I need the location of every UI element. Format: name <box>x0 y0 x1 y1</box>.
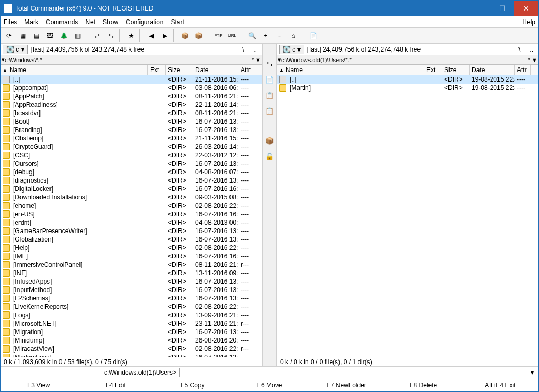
menu-files[interactable]: Files <box>4 18 17 26</box>
file-row[interactable]: [Downloaded Installations]<DIR>09-03-201… <box>1 193 262 202</box>
mid-button-3[interactable]: 📋 <box>264 106 275 116</box>
toolbar-notepad-button[interactable]: 📄 <box>307 29 320 42</box>
fnkey-f5[interactable]: F5 Copy <box>154 378 231 391</box>
file-row[interactable]: [Boot]<DIR>16-07-2016 13:47---- <box>1 117 262 126</box>
toolbar-tree-button[interactable]: 🌲 <box>57 29 70 42</box>
fnkey-f4[interactable]: F4 Edit <box>77 378 154 391</box>
menu-help[interactable]: Help <box>522 18 535 26</box>
mid-button-0[interactable]: ⇆ <box>264 58 275 69</box>
file-row[interactable]: [INF]<DIR>13-11-2016 09:59---- <box>1 269 262 277</box>
file-row[interactable]: [Martin]<DIR>19-08-2015 22:46---- <box>277 84 538 92</box>
toolbar-select-button[interactable]: + <box>259 29 272 42</box>
right-up-button[interactable]: .. <box>526 46 536 53</box>
mid-button-5[interactable]: 📦 <box>264 135 275 146</box>
file-row[interactable]: [appcompat]<DIR>03-08-2016 06:27---- <box>1 84 262 92</box>
file-row[interactable]: [..]<DIR>21-11-2016 15:29---- <box>1 75 262 84</box>
menu-configuration[interactable]: Configuration <box>126 18 163 26</box>
toolbar-swap-button[interactable]: ⇄ <box>91 29 104 42</box>
file-row[interactable]: [L2Schemas]<DIR>16-07-2016 13:47---- <box>1 294 262 303</box>
left-filelist[interactable]: [..]<DIR>21-11-2016 15:29----[appcompat]… <box>1 75 262 357</box>
menu-mark[interactable]: Mark <box>24 18 38 26</box>
right-col-size[interactable]: Size <box>442 65 470 75</box>
file-row[interactable]: [AppReadiness]<DIR>22-11-2016 14:28---- <box>1 100 262 109</box>
command-history-dropdown[interactable]: ▾ <box>528 369 536 376</box>
right-filelist[interactable]: [..]<DIR>19-08-2015 22:46----[Martin]<DI… <box>277 75 538 357</box>
left-path-controls[interactable]: * ▼ <box>252 57 261 63</box>
fnkey-f3[interactable]: F3 View <box>1 378 77 391</box>
file-row[interactable]: [..]<DIR>19-08-2015 22:46---- <box>277 75 538 84</box>
right-col-attr[interactable]: Attr <box>515 65 531 75</box>
left-col-attr[interactable]: Attr <box>238 65 254 75</box>
fnkey-f6[interactable]: F6 Move <box>231 378 308 391</box>
toolbar-picture-button[interactable]: 🖼 <box>44 29 56 42</box>
file-row[interactable]: [InputMethod]<DIR>16-07-2016 13:47---- <box>1 286 262 294</box>
left-col-ext[interactable]: Ext <box>148 65 166 75</box>
toolbar-grid2-button[interactable]: ▤ <box>30 29 43 42</box>
file-row[interactable]: [Cursors]<DIR>16-07-2016 13:47---- <box>1 159 262 168</box>
file-row[interactable]: [CryptoGuard]<DIR>26-03-2016 14:24---- <box>1 143 262 151</box>
file-row[interactable]: [AppPatch]<DIR>08-11-2016 21:55---- <box>1 92 262 100</box>
toolbar-refresh-button[interactable]: ⟳ <box>3 29 15 42</box>
toolbar-pack1-button[interactable]: 📦 <box>178 29 191 42</box>
toolbar-swap2-button[interactable]: ⇆ <box>105 29 117 42</box>
toolbar-find-button[interactable]: 🔍 <box>246 29 258 42</box>
file-row[interactable]: [GameBarPresenceWriter]<DIR>16-07-2016 1… <box>1 227 262 235</box>
minimize-button[interactable]: — <box>466 1 490 16</box>
menu-net[interactable]: Net <box>85 18 95 26</box>
file-row[interactable]: [ModemLogs]<DIR>16-07-2016 13:47---- <box>1 353 262 357</box>
file-row[interactable]: [Logs]<DIR>13-09-2016 21:50---- <box>1 311 262 319</box>
toolbar-ftp-button[interactable]: FTP <box>212 29 225 42</box>
mid-button-6[interactable]: 🔓 <box>264 151 275 162</box>
left-root-button[interactable]: \ <box>239 46 247 53</box>
right-col-ext[interactable]: Ext <box>424 65 442 75</box>
right-root-button[interactable]: \ <box>515 46 523 53</box>
toolbar-back-button[interactable]: ◀ <box>145 29 157 42</box>
file-row[interactable]: [debug]<DIR>04-08-2016 07:49---- <box>1 168 262 176</box>
file-row[interactable]: [CSC]<DIR>22-03-2012 12:53---- <box>1 151 262 159</box>
right-drive-button[interactable]: 💽 c ▾ <box>279 45 304 54</box>
menu-start[interactable]: Start <box>171 18 184 26</box>
fnkey-f7[interactable]: F7 NewFolder <box>308 378 385 391</box>
fnkey-f8[interactable]: F8 Delete <box>385 378 462 391</box>
right-path-controls[interactable]: * ▼ <box>528 57 537 63</box>
file-row[interactable]: [Microsoft.NET]<DIR>23-11-2016 21:39r--- <box>1 319 262 328</box>
file-row[interactable]: [ehome]<DIR>02-08-2016 22:19---- <box>1 202 262 210</box>
menu-commands[interactable]: Commands <box>46 18 78 26</box>
left-up-button[interactable]: .. <box>250 46 260 53</box>
file-row[interactable]: [ImmersiveControlPanel]<DIR>08-11-2016 2… <box>1 260 262 269</box>
file-row[interactable]: [Help]<DIR>02-08-2016 22:19---- <box>1 244 262 252</box>
fnkey-alt+f4[interactable]: Alt+F4 Exit <box>462 378 538 391</box>
toolbar-unselect-button[interactable]: - <box>273 29 286 42</box>
toolbar-star-button[interactable]: ★ <box>125 29 137 42</box>
file-row[interactable]: [IME]<DIR>16-07-2016 16:14---- <box>1 252 262 260</box>
menu-show[interactable]: Show <box>103 18 118 26</box>
right-col-date[interactable]: Date <box>470 65 515 75</box>
toolbar-pack2-button[interactable]: 📦 <box>192 29 205 42</box>
file-row[interactable]: [LiveKernelReports]<DIR>02-08-2016 22:19… <box>1 303 262 311</box>
mid-button-1[interactable]: 📄 <box>264 74 275 85</box>
file-row[interactable]: [en-US]<DIR>16-07-2016 16:14---- <box>1 210 262 218</box>
mid-button-2[interactable]: 📋 <box>264 90 275 100</box>
file-row[interactable]: [MiracastView]<DIR>02-08-2016 22:16r--- <box>1 345 262 353</box>
file-row[interactable]: [bcastdvr]<DIR>08-11-2016 21:55---- <box>1 109 262 117</box>
toolbar-fwd-button[interactable]: ▶ <box>158 29 171 42</box>
file-row[interactable]: [Minidump]<DIR>26-08-2016 20:25---- <box>1 336 262 345</box>
file-row[interactable]: [DigitalLocker]<DIR>16-07-2016 16:14---- <box>1 185 262 193</box>
file-row[interactable]: [InfusedApps]<DIR>16-07-2016 13:47---- <box>1 277 262 286</box>
close-button[interactable]: ✕ <box>514 1 538 16</box>
left-col-size[interactable]: Size <box>166 65 193 75</box>
left-drive-button[interactable]: 💽 c ▾ <box>3 45 28 54</box>
command-input[interactable] <box>179 368 517 377</box>
right-col-name[interactable]: ▲Name <box>277 65 424 75</box>
toolbar-dir-button[interactable]: ⌂ <box>287 29 300 42</box>
file-row[interactable]: [Globalization]<DIR>16-07-2016 13:47---- <box>1 235 262 244</box>
maximize-button[interactable]: ☐ <box>490 1 514 16</box>
right-pathbar[interactable]: ▾ c:\Windows.old(1)\Users\*.** ▼ <box>277 55 538 65</box>
left-col-date[interactable]: Date <box>193 65 238 75</box>
left-col-name[interactable]: ▲Name <box>1 65 148 75</box>
left-pathbar[interactable]: ▾ c:\Windows\*.** ▼ <box>1 55 262 65</box>
toolbar-url-button[interactable]: URL <box>226 29 238 42</box>
file-row[interactable]: [erdnt]<DIR>04-08-2013 00:08---- <box>1 218 262 227</box>
file-row[interactable]: [Migration]<DIR>16-07-2016 13:47---- <box>1 328 262 336</box>
toolbar-grid1-button[interactable]: ▦ <box>16 29 29 42</box>
